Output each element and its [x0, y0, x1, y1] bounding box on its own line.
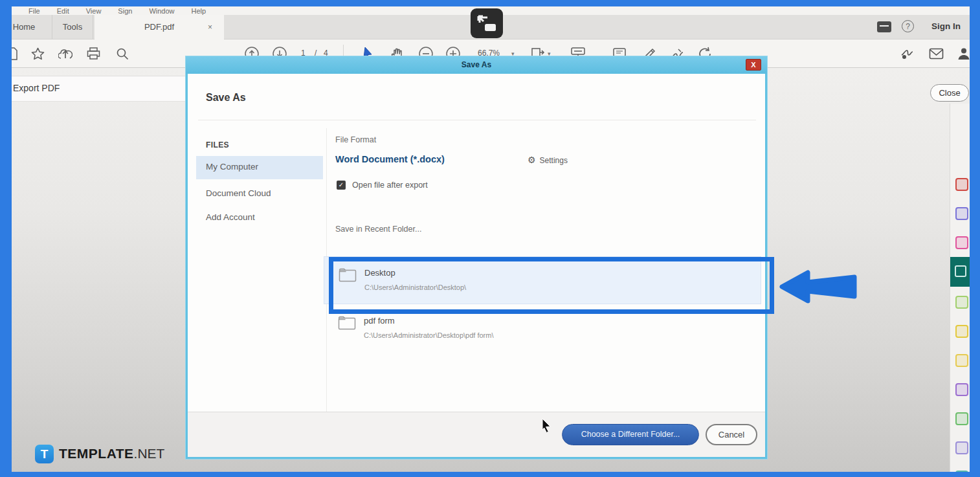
tool-export-pdf-active-icon[interactable] [950, 257, 970, 287]
print-icon[interactable] [85, 45, 102, 62]
folder-path: C:\Users\Administrator\Desktop\pdf form\ [364, 331, 494, 339]
right-tools-sidebar [950, 104, 970, 472]
envelope-icon[interactable] [928, 45, 944, 62]
tool-yellow-icon[interactable] [955, 325, 968, 338]
tab-document-label: PDF.pdf [144, 22, 174, 32]
save-file-icon[interactable] [12, 45, 21, 62]
star-icon[interactable] [29, 45, 46, 62]
tool-lavender-shield-icon[interactable] [955, 441, 968, 454]
watermark: T TEMPLATE.NET [35, 443, 164, 464]
tab-document-active[interactable]: PDF.pdf × [95, 15, 224, 39]
menu-item-help[interactable]: Help [192, 7, 206, 15]
nav-item-my-computer[interactable]: My Computer [206, 162, 258, 172]
watermark-brand-bold: TEMPLATE [59, 446, 134, 461]
tool-indigo-icon[interactable] [955, 207, 968, 220]
tool-purple-triangle-icon[interactable] [955, 383, 968, 396]
divider [198, 120, 756, 120]
file-format-label: File Format [335, 135, 376, 144]
open-after-export-label: Open file after export [352, 181, 428, 190]
tool-green-stamp-icon[interactable] [955, 412, 968, 425]
cancel-button[interactable]: Cancel [706, 424, 757, 445]
tool-red-icon[interactable] [955, 178, 968, 191]
highlight-rectangle-annotation [329, 257, 774, 314]
export-pdf-panel-title: Export PDF [13, 83, 194, 93]
menu-item-sign[interactable]: Sign [118, 7, 132, 15]
nav-item-document-cloud[interactable]: Document Cloud [206, 188, 271, 198]
feedback-bubble-icon[interactable] [877, 21, 891, 32]
menu-item-view[interactable]: View [86, 7, 102, 15]
tool-light-green-icon[interactable] [955, 296, 968, 309]
close-panel-button[interactable]: Close [930, 84, 969, 102]
dialog-title: Save As [186, 56, 767, 73]
folder-name: pdf form [364, 316, 395, 326]
video-overlay-icon[interactable] [471, 8, 503, 38]
help-icon[interactable]: ? [902, 20, 914, 32]
mouse-cursor [541, 418, 552, 434]
tool-pink-icon[interactable] [955, 236, 968, 249]
choose-different-folder-button[interactable]: Choose a Different Folder... [562, 424, 699, 445]
tab-home[interactable]: Home [12, 15, 47, 39]
search-icon[interactable] [114, 45, 131, 62]
recent-folder-label: Save in Recent Folder... [335, 225, 421, 234]
tool-yellow-note-icon[interactable] [955, 354, 968, 367]
person-icon[interactable] [955, 45, 970, 62]
signature-icon[interactable] [900, 45, 917, 62]
files-nav-header: FILES [206, 140, 229, 150]
gear-icon: ⚙ [528, 155, 536, 165]
dialog-close-icon[interactable]: X [746, 59, 761, 71]
watermark-brand-light: .NET [134, 446, 165, 461]
tab-close-icon[interactable]: × [208, 15, 212, 39]
menu-item-edit[interactable]: Edit [57, 7, 69, 15]
sign-in-link[interactable]: Sign In [931, 21, 961, 31]
dialog-titlebar[interactable]: Save As X [186, 56, 767, 74]
upload-cloud-icon[interactable] [57, 45, 74, 62]
nav-item-add-account[interactable]: Add Account [206, 212, 255, 222]
menu-item-window[interactable]: Window [149, 7, 174, 15]
settings-label: Settings [540, 156, 568, 165]
folder-icon [338, 315, 356, 333]
tool-teal-scan-icon[interactable] [955, 471, 968, 472]
menu-item-file[interactable]: File [28, 7, 40, 15]
tab-tools[interactable]: Tools [52, 15, 93, 39]
settings-button[interactable]: ⚙Settings [528, 155, 568, 165]
file-format-value[interactable]: Word Document (*.docx) [335, 154, 445, 164]
export-pdf-panel-header: Export PDF [12, 76, 194, 102]
open-after-export-checkbox[interactable]: ✓ [337, 181, 346, 190]
template-net-logo: T [35, 445, 54, 463]
dialog-heading: Save As [206, 92, 246, 104]
folder-row-pdf-form[interactable]: pdf form C:\Users\Administrator\Desktop\… [324, 310, 761, 353]
arrow-annotation [778, 267, 860, 306]
